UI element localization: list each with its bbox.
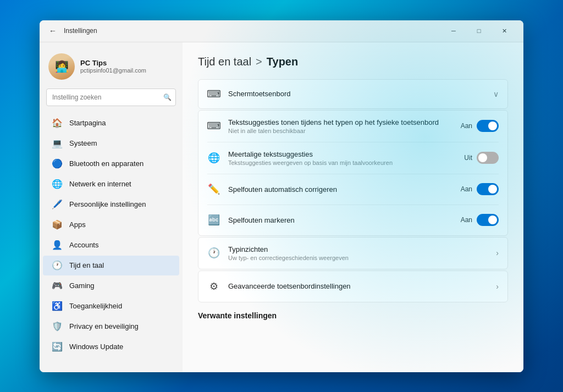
nav-list: 🏠 Startpagina 💻 Systeem 🔵 Bluetooth en a… <box>40 113 183 357</box>
tekstsuggesties-title: Tekstsuggesties tonen tijdens het typen … <box>228 118 453 126</box>
geavanceerd-title: Geavanceerde toetsenbordinstellingen <box>228 282 488 290</box>
nav-icon-toegankelijkheid: ♿ <box>52 301 63 312</box>
spelfouten-corrigeren-control: Aan <box>461 183 499 195</box>
spelfouten-markeren-control: Aan <box>461 214 499 226</box>
schermtoetsenbord-title: Schermtoetsenbord <box>228 90 485 98</box>
spelfouten-markeren-label: Aan <box>461 216 472 224</box>
sidebar-item-apps[interactable]: 📦 Apps <box>43 215 179 235</box>
geavanceerd-text: Geavanceerde toetsenbordinstellingen <box>228 282 488 290</box>
nav-icon-privacy: 🛡️ <box>52 321 63 332</box>
main-layout: 👩‍💻 PC Tips pctipsinfo01@gmail.com 🔍 🏠 S… <box>40 42 523 372</box>
tekstsuggesties-toggle[interactable] <box>477 120 499 132</box>
nav-icon-bluetooth: 🔵 <box>52 158 63 169</box>
spelfouten-markeren-toggle[interactable] <box>477 214 499 226</box>
nav-label-privacy: Privacy en beveiliging <box>69 322 139 330</box>
maximize-button[interactable]: □ <box>466 22 492 40</box>
tekstsuggesties-desc: Niet in alle talen beschikbaar <box>228 128 453 134</box>
search-box: 🔍 <box>46 89 176 106</box>
titlebar: ← Instellingen ─ □ ✕ <box>40 20 523 42</box>
spelfouten-corrigeren-title: Spelfouten automatisch corrigeren <box>228 185 453 194</box>
spelfouten-markeren-title: Spelfouten markeren <box>228 216 453 224</box>
nav-icon-tijd: 🕐 <box>52 260 63 271</box>
window-controls: ─ □ ✕ <box>441 22 517 40</box>
spelfouten-corrigeren-text: Spelfouten automatisch corrigeren <box>228 185 453 194</box>
meertalig-item: 🌐 Meertalige tekstsuggesties Tekstsugges… <box>207 142 499 174</box>
schermtoetsenbord-header[interactable]: ⌨ Schermtoetsenbord ∨ <box>207 80 499 108</box>
user-email: pctipsinfo01@gmail.com <box>80 67 174 74</box>
meertalig-toggle[interactable] <box>477 152 499 164</box>
nav-icon-persoonlijk: 🖊️ <box>52 199 63 210</box>
close-button[interactable]: ✕ <box>492 22 517 40</box>
sidebar: 👩‍💻 PC Tips pctipsinfo01@gmail.com 🔍 🏠 S… <box>40 42 183 372</box>
meertalig-control: Uit <box>464 152 499 164</box>
spelfouten-markeren-text: Spelfouten markeren <box>228 216 453 224</box>
sidebar-item-startpagina[interactable]: 🏠 Startpagina <box>43 113 179 133</box>
typinzichten-title: Typinzichten <box>228 245 488 253</box>
breadcrumb-separator: > <box>256 56 262 68</box>
nav-icon-systeem: 💻 <box>52 138 63 149</box>
tekstsuggesties-icon: ⌨ <box>207 119 220 132</box>
minimize-button[interactable]: ─ <box>441 22 466 40</box>
geavanceerd-icon: ⚙ <box>207 280 220 293</box>
geavanceerd-item[interactable]: ⚙ Geavanceerde toetsenbordinstellingen › <box>207 271 499 302</box>
nav-label-startpagina: Startpagina <box>69 119 106 127</box>
breadcrumb-current: Typen <box>267 56 298 68</box>
sidebar-item-toegankelijkheid[interactable]: ♿ Toegankelijkheid <box>43 296 179 316</box>
typinzichten-icon: 🕐 <box>207 246 220 260</box>
main-settings-card: ⌨ Tekstsuggesties tonen tijdens het type… <box>198 110 508 236</box>
typinzichten-chevron: › <box>496 249 499 257</box>
tekstsuggesties-label: Aan <box>461 122 472 130</box>
sidebar-item-tijd[interactable]: 🕐 Tijd en taal <box>43 256 179 275</box>
sidebar-item-update[interactable]: 🔄 Windows Update <box>43 337 179 357</box>
sidebar-item-systeem[interactable]: 💻 Systeem <box>43 134 179 153</box>
back-button[interactable]: ← <box>46 24 59 37</box>
sidebar-item-bluetooth[interactable]: 🔵 Bluetooth en apparaten <box>43 154 179 174</box>
schermtoetsenbord-icon: ⌨ <box>207 87 220 101</box>
breadcrumb-parent: Tijd en taal <box>198 56 251 68</box>
nav-icon-gaming: 🎮 <box>52 280 63 291</box>
typinzichten-item[interactable]: 🕐 Typinzichten Uw typ- en correctiegesch… <box>207 238 499 269</box>
meertalig-title: Meertalige tekstsuggesties <box>228 150 456 158</box>
nav-icon-netwerk: 🌐 <box>52 179 63 190</box>
sidebar-item-privacy[interactable]: 🛡️ Privacy en beveiliging <box>43 317 179 336</box>
meertalig-label: Uit <box>464 154 472 162</box>
tekstsuggesties-text: Tekstsuggesties tonen tijdens het typen … <box>228 118 453 134</box>
spelfouten-corrigeren-toggle[interactable] <box>477 183 499 195</box>
nav-label-netwerk: Netwerk en internet <box>69 180 131 188</box>
sidebar-item-gaming[interactable]: 🎮 Gaming <box>43 276 179 296</box>
meertalig-icon: 🌐 <box>207 151 220 164</box>
typinzichten-text: Typinzichten Uw typ- en correctiegeschie… <box>228 245 488 261</box>
typinzichten-desc: Uw typ- en correctiegeschiedenis weergev… <box>228 255 488 261</box>
settings-list: ⌨ Schermtoetsenbord ∨ ⌨ Tekstsuggesties … <box>198 79 508 302</box>
spelfouten-corrigeren-item: ✏️ Spelfouten automatisch corrigeren Aan <box>207 174 499 205</box>
avatar-image: 👩‍💻 <box>48 53 75 80</box>
nav-label-apps: Apps <box>69 220 86 229</box>
nav-icon-apps: 📦 <box>52 219 63 230</box>
related-heading: Verwante instellingen <box>198 311 508 320</box>
tekstsuggesties-control: Aan <box>461 120 499 132</box>
nav-label-accounts: Accounts <box>69 241 98 249</box>
sidebar-item-netwerk[interactable]: 🌐 Netwerk en internet <box>43 174 179 194</box>
nav-icon-update: 🔄 <box>52 341 63 352</box>
geavanceerd-card: ⚙ Geavanceerde toetsenbordinstellingen › <box>198 270 508 302</box>
settings-window: ← Instellingen ─ □ ✕ 👩‍💻 PC Tips pctipsi… <box>40 20 523 372</box>
user-profile[interactable]: 👩‍💻 PC Tips pctipsinfo01@gmail.com <box>40 49 183 89</box>
meertalig-desc: Tekstsuggesties weergeven op basis van m… <box>228 159 456 166</box>
search-input[interactable] <box>46 89 176 106</box>
spelfouten-corrigeren-icon: ✏️ <box>207 183 220 196</box>
nav-label-tijd: Tijd en taal <box>69 261 104 269</box>
content-area: Tijd en taal > Typen ⌨ Schermtoetsenbord… <box>183 42 523 372</box>
nav-icon-accounts: 👤 <box>52 240 63 251</box>
geavanceerd-chevron: › <box>496 282 499 291</box>
tekstsuggesties-item: ⌨ Tekstsuggesties tonen tijdens het type… <box>207 111 499 142</box>
search-icon: 🔍 <box>163 93 172 101</box>
user-info: PC Tips pctipsinfo01@gmail.com <box>80 59 174 74</box>
sidebar-item-accounts[interactable]: 👤 Accounts <box>43 235 179 255</box>
sidebar-item-persoonlijk[interactable]: 🖊️ Persoonlijke instellingen <box>43 195 179 214</box>
avatar: 👩‍💻 <box>48 53 75 80</box>
nav-label-gaming: Gaming <box>69 281 95 290</box>
typinzichten-card: 🕐 Typinzichten Uw typ- en correctiegesch… <box>198 237 508 269</box>
schermtoetsenbord-card: ⌨ Schermtoetsenbord ∨ <box>198 79 508 109</box>
nav-label-persoonlijk: Persoonlijke instellingen <box>69 200 146 208</box>
spelfouten-markeren-item: 🔤 Spelfouten markeren Aan <box>207 205 499 235</box>
